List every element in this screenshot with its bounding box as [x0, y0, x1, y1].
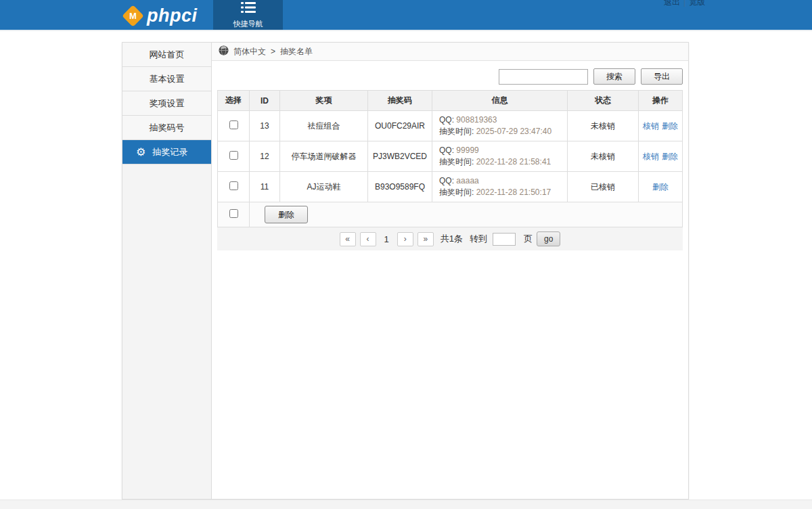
globe-icon	[219, 45, 229, 58]
col-operations: 操作	[639, 91, 683, 111]
table-header-row: 选择 ID 奖项 抽奖码 信息 状态 操作	[218, 91, 683, 111]
sidebar-item-home[interactable]: 网站首页	[122, 43, 211, 67]
last-page-button[interactable]: »	[418, 232, 434, 246]
cell-info: QQ: 908819363 抽奖时间: 2025-07-29 23:47:40	[432, 111, 568, 141]
breadcrumb-page: 抽奖名单	[280, 46, 313, 58]
main-panel: 简体中文 > 抽奖名单 搜索 导出 选择 ID 奖项 抽奖码	[212, 43, 688, 499]
delete-link[interactable]: 删除	[652, 182, 669, 192]
cell-operations: 核销删除	[639, 111, 683, 141]
qq-label: QQ:	[439, 176, 454, 185]
cell-operations: 核销删除	[639, 141, 683, 172]
goto-text: 转到	[470, 233, 487, 245]
qq-value: aaaaa	[456, 176, 478, 185]
col-info: 信息	[432, 91, 568, 111]
col-id: ID	[250, 91, 280, 111]
go-button[interactable]: go	[537, 231, 560, 246]
cell-info: QQ: aaaaa 抽奖时间: 2022-11-28 21:50:17	[432, 172, 568, 202]
logo-diamond-icon: M	[122, 5, 144, 27]
breadcrumb-separator: >	[271, 47, 275, 56]
row-checkbox[interactable]	[229, 120, 238, 129]
cell-code: B93O9589FQ	[368, 172, 432, 202]
row-checkbox[interactable]	[229, 181, 238, 190]
app-logo: M phpci	[125, 0, 198, 31]
time-value: 2022-11-28 21:50:17	[476, 187, 551, 197]
logo-badge-letter: M	[129, 11, 137, 21]
table-row: 12 停车场道闸破解器 PJ3WB2VCED QQ: 99999 抽奖时间: 2…	[218, 141, 683, 172]
goto-page-input[interactable]	[493, 233, 516, 246]
sidebar-item-basic-settings[interactable]: 基本设置	[122, 67, 211, 91]
list-menu-icon	[241, 2, 256, 16]
app-logo-text: phpci	[147, 5, 198, 26]
delete-link[interactable]: 删除	[662, 152, 678, 161]
sidebar-item-lottery-records[interactable]: ⚙ 抽奖记录	[122, 140, 211, 164]
page-suffix-text: 页	[524, 233, 533, 245]
sidebar-item-prize-settings[interactable]: 奖项设置	[122, 91, 211, 116]
time-label: 抽奖时间:	[439, 127, 474, 136]
time-label: 抽奖时间:	[439, 187, 474, 197]
batch-delete-button[interactable]: 删除	[265, 206, 308, 223]
header-user-links: 退出|宽版	[664, 0, 705, 8]
cell-code: PJ3WB2VCED	[368, 141, 432, 172]
breadcrumb-lang[interactable]: 简体中文	[233, 46, 266, 58]
table-row: 13 祛痘组合 OU0FC29AIR QQ: 908819363 抽奖时间: 2…	[218, 111, 683, 141]
content-wrapper: 网站首页 基本设置 奖项设置 抽奖码号 ⚙ 抽奖记录 简体中文 > 抽奖名单	[122, 42, 689, 500]
top-header-bar: M phpci 快捷导航 退出|宽版	[0, 0, 812, 31]
qq-label: QQ:	[439, 146, 454, 155]
search-input[interactable]	[499, 69, 588, 85]
cell-status: 未核销	[568, 111, 639, 141]
cell-operations: 删除	[639, 172, 683, 202]
cell-prize: 祛痘组合	[280, 111, 368, 141]
breadcrumb: 简体中文 > 抽奖名单	[212, 43, 688, 61]
col-select: 选择	[218, 91, 250, 111]
cell-code: OU0FC29AIR	[368, 111, 432, 141]
current-page-number: 1	[380, 234, 393, 244]
page-bottom-strip	[0, 500, 812, 509]
table-row: 11 AJ运动鞋 B93O9589FQ QQ: aaaaa 抽奖时间: 2022…	[218, 172, 683, 202]
first-page-button[interactable]: «	[340, 232, 356, 246]
qq-value: 908819363	[456, 115, 497, 125]
cell-status: 未核销	[568, 141, 639, 172]
qq-value: 99999	[456, 146, 478, 155]
cell-id: 12	[250, 141, 280, 172]
batch-actions-row: 删除	[218, 202, 683, 227]
sidebar-item-label: 抽奖记录	[152, 146, 187, 158]
col-code: 抽奖码	[368, 91, 432, 111]
col-prize: 奖项	[280, 91, 368, 111]
export-button[interactable]: 导出	[641, 68, 683, 85]
nav-tab-label: 快捷导航	[233, 19, 263, 29]
verify-link[interactable]: 核销	[643, 152, 659, 161]
total-count-text: 共1条	[441, 233, 463, 245]
time-value: 2025-07-29 23:47:40	[476, 127, 551, 136]
next-page-button[interactable]: ›	[397, 232, 413, 246]
select-all-checkbox[interactable]	[229, 209, 238, 218]
links-separator: |	[683, 0, 685, 7]
nav-tab-quick-navigation[interactable]: 快捷导航	[213, 0, 283, 31]
row-checkbox[interactable]	[229, 151, 238, 160]
time-value: 2022-11-28 21:58:41	[476, 157, 551, 167]
search-button[interactable]: 搜索	[593, 68, 635, 85]
table-zone: 选择 ID 奖项 抽奖码 信息 状态 操作 13 祛痘组合 OU0FC29AI	[212, 90, 688, 250]
delete-link[interactable]: 删除	[662, 121, 678, 131]
toolbar: 搜索 导出	[212, 61, 688, 90]
qq-label: QQ:	[439, 115, 454, 125]
wide-layout-link[interactable]: 宽版	[689, 0, 705, 7]
cell-prize: 停车场道闸破解器	[280, 141, 368, 172]
prev-page-button[interactable]: ‹	[360, 232, 376, 246]
pagination-bar: « ‹ 1 › » 共1条 转到 页 go	[217, 227, 683, 250]
logout-link[interactable]: 退出	[664, 0, 680, 7]
time-label: 抽奖时间:	[439, 157, 474, 167]
gear-icon: ⚙	[136, 147, 145, 158]
cell-info: QQ: 99999 抽奖时间: 2022-11-28 21:58:41	[432, 141, 568, 172]
records-table: 选择 ID 奖项 抽奖码 信息 状态 操作 13 祛痘组合 OU0FC29AI	[217, 90, 683, 227]
sidebar-item-lottery-codes[interactable]: 抽奖码号	[122, 116, 211, 140]
verify-link[interactable]: 核销	[643, 121, 659, 131]
sidebar: 网站首页 基本设置 奖项设置 抽奖码号 ⚙ 抽奖记录	[122, 43, 212, 499]
col-status: 状态	[568, 91, 639, 111]
cell-id: 13	[250, 111, 280, 141]
cell-id: 11	[250, 172, 280, 202]
cell-prize: AJ运动鞋	[280, 172, 368, 202]
cell-status: 已核销	[568, 172, 639, 202]
